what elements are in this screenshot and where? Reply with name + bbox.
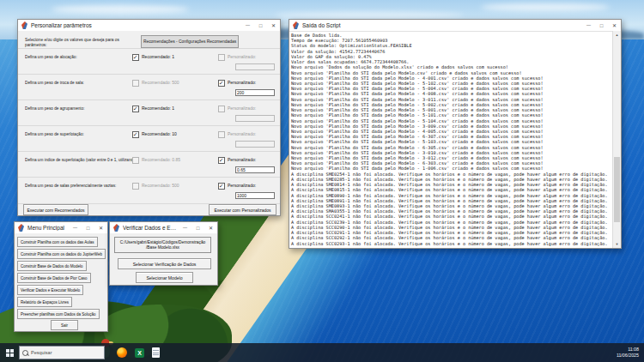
menu-button-sair[interactable]: Sair [51,320,78,330]
titlebar[interactable]: Verificar Dados e Executar ... [110,222,217,233]
start-button[interactable] [0,343,19,362]
recommended-label: Recomendado: 500 [142,183,179,188]
recommended-checkbox[interactable]: Recomendado: 1 [132,54,174,61]
recommended-label: Recomendado: 0.85 [142,157,180,162]
python-feather-icon [293,21,299,29]
titlebar[interactable]: Saída do Script [289,20,621,31]
param-row-indice-superlotacao: Defina um indice de superlotação (valor … [18,151,280,178]
search-icon [22,350,28,356]
select-model-button[interactable]: Selecionar Modelo [136,272,193,283]
param-label: Defina um peso de troca de sala: [25,81,133,85]
custom-checkbox[interactable]: Personalizado: [218,131,256,138]
custom-checkbox[interactable]: Personalizado: [218,183,256,190]
select-verification-button[interactable]: Selecionar Verificação de Dados [118,258,211,269]
recommended-checkbox[interactable]: Recomendado: 500 [132,183,179,190]
param-label: Defina um peso de salas preferencialment… [25,184,133,188]
recommended-config-button[interactable]: Recomendações - Configurações Recomendad… [141,35,239,48]
checkbox-icon [218,80,225,87]
custom-value-input[interactable] [235,63,275,70]
close-icon[interactable] [204,222,217,233]
recommended-checkbox[interactable]: Recomendado: 1 [132,106,174,112]
custom-value-input[interactable] [235,115,275,122]
recommended-label: Recomendado: 1 [142,54,174,59]
param-row-alocacao: Defina um peso de alocação: Recomendado:… [18,48,280,75]
titlebar[interactable]: Personalizar parâmetros [18,20,280,31]
window-menu-principal: Menu Principal Construir Planilha com os… [14,221,108,332]
close-icon[interactable] [267,20,280,31]
console-output: Base de Dados lida. Tempo de execução: 7… [289,32,613,247]
custom-label: Personalizado: [228,131,256,136]
custom-checkbox[interactable]: Personalizado: [218,157,256,164]
custom-checkbox[interactable]: Personalizado: [218,54,256,61]
param-row-agrupamento: Defina um peso de agrupamento: Recomenda… [18,100,280,126]
menu-button-base-dados-modelo[interactable]: Construir Base de Dados do Modelo [17,261,87,271]
menu-button-verificar-executar[interactable]: Verificar Dados e Executar Modelo [17,285,83,295]
scrollbar-thumb[interactable] [614,157,620,222]
python-feather-icon [21,21,27,29]
custom-value-input[interactable] [235,141,275,148]
custom-value-input[interactable] [235,192,275,199]
document-app-icon[interactable] [152,347,160,358]
custom-label: Personalizado: [228,106,256,111]
selected-file-path: C:/Users/gabri/Estágio/Códigos/Demonstra… [114,237,211,253]
taskbar-search[interactable]: Pesquisar [19,346,105,359]
console-area: Base de Dados lida. Tempo de execução: 7… [289,31,613,248]
custom-value-input[interactable] [235,89,275,96]
menu-button-base-dados-pior-caso[interactable]: Construir Base de Dados de Pior Caso [17,273,91,283]
maximize-icon[interactable] [191,222,204,233]
titlebar[interactable]: Menu Principal [15,222,107,233]
taskbar-clock[interactable]: 11:08 11/06/2025 [617,347,639,359]
maximize-icon[interactable] [595,20,608,31]
clock-date: 11/06/2025 [617,353,639,359]
checkbox-icon [218,54,225,61]
param-row-salas-vazias: Defina um peso de salas preferencialment… [18,177,280,204]
minimize-icon[interactable] [582,20,595,31]
maximize-icon[interactable] [82,222,94,233]
checkbox-icon [132,157,139,164]
window-title: Personalizar parâmetros [31,22,241,28]
maximize-icon[interactable] [254,20,267,31]
scroll-down-icon[interactable] [613,240,621,248]
windows-logo-icon [6,349,14,357]
run-custom-button[interactable]: Executar com Personalizados [209,204,276,215]
menu-button-planilha-jupiterweb[interactable]: Construir Planilha com os dados do Jupit… [17,249,106,259]
clock-time: 11:08 [617,347,639,353]
menu-button-preencher-planilhas[interactable]: Preencher planilhas com Dados da Solução [17,309,100,319]
minimize-icon[interactable] [69,222,82,233]
custom-label: Personalizado: [228,80,256,85]
vertical-scrollbar[interactable] [612,31,621,248]
window-personalizar-parametros: Personalizar parâmetros Selecione e/ou d… [17,19,281,216]
custom-label: Personalizado: [228,183,256,188]
scroll-up-icon[interactable] [613,31,621,39]
window-saida-do-script: Saída do Script Base de Dados lida. Temp… [289,19,622,249]
custom-checkbox[interactable]: Personalizado: [218,80,256,87]
menu-button-planilha-aulas[interactable]: Construir Planilha com os dados das Aula… [17,237,98,247]
recommended-checkbox[interactable]: Recomendado: 0.85 [132,157,180,164]
recommended-label: Recomendado: 1 [142,106,174,111]
cloud [52,5,189,14]
recommended-label: Recomendado: 10 [142,131,177,136]
firefox-icon[interactable] [117,347,127,358]
minimize-icon[interactable] [241,20,254,31]
custom-value-input[interactable] [235,166,275,173]
minimize-icon[interactable] [179,222,191,233]
recommended-checkbox[interactable]: Recomendado: 500 [132,80,179,87]
excel-icon[interactable] [135,348,144,358]
run-recommended-button[interactable]: Executar com Recomendados [23,204,88,215]
custom-checkbox[interactable]: Personalizado: [218,106,256,112]
close-icon[interactable] [94,222,107,233]
menu-button-relatorio-espacos[interactable]: Relatório de Espaços Livres [17,297,72,307]
window-verificar-dados: Verificar Dados e Executar ... C:/Users/… [109,221,218,286]
checkbox-icon [218,131,225,138]
checkbox-icon [132,131,139,138]
param-label: Defina um peso de alocação: [25,55,133,59]
window-title: Saída do Script [302,22,582,28]
custom-label: Personalizado: [228,54,256,59]
checkbox-icon [132,106,139,112]
close-icon[interactable] [608,20,621,31]
recommended-checkbox[interactable]: Recomendado: 10 [132,131,177,138]
checkbox-icon [218,157,225,164]
checkbox-icon [218,183,225,190]
param-label: Defina um indice de superlotação (valor … [25,158,133,162]
recommended-label: Recomendado: 500 [142,80,179,85]
